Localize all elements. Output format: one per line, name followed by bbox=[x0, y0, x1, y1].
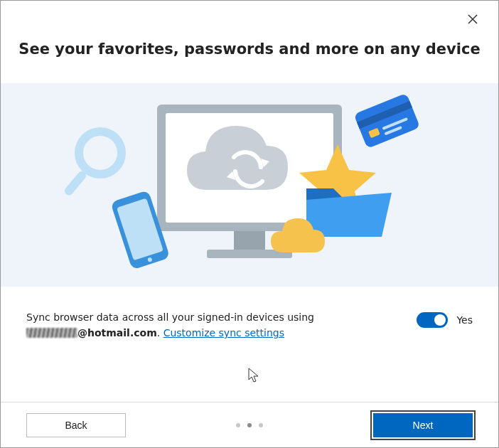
magnifier-icon bbox=[63, 132, 122, 197]
toggle-knob bbox=[434, 314, 446, 326]
back-button[interactable]: Back bbox=[26, 413, 126, 437]
sync-toggle[interactable] bbox=[417, 312, 448, 328]
svg-rect-5 bbox=[63, 170, 88, 197]
close-button[interactable] bbox=[467, 14, 481, 28]
email-redacted bbox=[26, 328, 77, 338]
step-dot bbox=[259, 423, 263, 427]
next-button[interactable]: Next bbox=[373, 413, 473, 437]
svg-rect-2 bbox=[234, 231, 265, 250]
email-domain: @hotmail.com bbox=[77, 327, 157, 338]
sync-description: Sync browser data across all your signed… bbox=[26, 309, 314, 341]
svg-point-4 bbox=[79, 132, 122, 174]
svg-rect-7 bbox=[117, 198, 163, 261]
step-dot bbox=[236, 423, 240, 427]
credit-card-icon bbox=[354, 93, 421, 149]
close-icon bbox=[467, 14, 478, 25]
step-dot-active bbox=[247, 423, 252, 427]
sync-toggle-label: Yes bbox=[456, 314, 473, 326]
dialog-footer: Back Next bbox=[1, 402, 498, 447]
step-dots bbox=[236, 423, 263, 427]
sync-illustration bbox=[1, 83, 498, 287]
dialog-title: See your favorites, passwords and more o… bbox=[1, 41, 498, 58]
mouse-cursor bbox=[248, 368, 261, 383]
customize-sync-link[interactable]: Customize sync settings bbox=[163, 327, 284, 338]
sync-desc-prefix: Sync browser data across all your signed… bbox=[26, 311, 314, 323]
